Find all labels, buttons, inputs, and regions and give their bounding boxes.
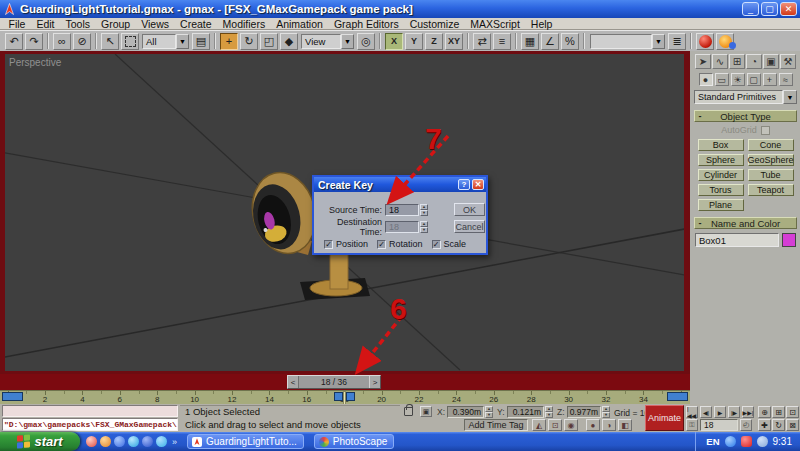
tab-hierarchy-icon[interactable]: ⊞ — [729, 54, 745, 69]
axis-y-button[interactable]: Y — [405, 33, 423, 50]
dialog-close-icon[interactable]: ✕ — [472, 179, 484, 190]
y-coord-spinner[interactable]: ▲▼ — [545, 406, 553, 418]
rollout-collapse-icon[interactable]: - — [695, 218, 705, 228]
quicklaunch-messenger-icon[interactable] — [128, 436, 139, 447]
primitive-category-value[interactable]: Standard Primitives — [694, 90, 783, 104]
plane-button[interactable]: Plane — [698, 199, 744, 211]
maximize-button[interactable]: ▢ — [761, 2, 778, 16]
go-to-start-icon[interactable]: |◀◀ — [686, 406, 698, 418]
quicklaunch-browser-icon[interactable] — [86, 436, 97, 447]
object-name-field[interactable]: Box01 — [695, 233, 779, 247]
quicklaunch-app-icon[interactable] — [114, 436, 125, 447]
add-time-tag[interactable]: Add Time Tag — [464, 419, 528, 431]
animation-key[interactable] — [346, 392, 355, 401]
object-color-swatch[interactable] — [782, 233, 796, 247]
reference-coordsys-dropdown[interactable]: View ▼ — [301, 34, 354, 49]
rotation-checkbox-box[interactable]: ✓ — [377, 240, 386, 249]
next-frame-icon[interactable]: > — [369, 376, 380, 388]
object-type-rollout[interactable]: - Object Type — [694, 110, 797, 122]
key-mode-icon[interactable]: ◉ — [564, 419, 578, 431]
selection-region-icon[interactable] — [121, 33, 139, 50]
quicklaunch-overflow-icon[interactable]: » — [172, 437, 177, 447]
min-max-toggle-icon[interactable]: ⊠ — [786, 419, 799, 431]
menu-customize[interactable]: Customize — [404, 18, 465, 30]
quicklaunch-media-icon[interactable] — [156, 436, 167, 447]
dialog-title-bar[interactable]: Create Key ? ✕ — [314, 177, 486, 192]
category-shapes-icon[interactable]: ▭ — [715, 73, 729, 86]
animation-key[interactable] — [667, 392, 688, 401]
tab-motion-icon[interactable]: ◔ — [746, 54, 762, 69]
z-coord-field[interactable]: 0.977m — [567, 406, 601, 418]
menu-help[interactable]: Help — [525, 18, 558, 30]
menu-edit[interactable]: Edit — [31, 18, 60, 30]
previous-frame-icon[interactable]: < — [288, 376, 299, 388]
primitive-category-dropdown[interactable]: Standard Primitives ▼ — [694, 90, 797, 104]
tube-button[interactable]: Tube — [748, 169, 794, 181]
sphere-button[interactable]: Sphere — [698, 154, 744, 166]
menu-create[interactable]: Create — [175, 18, 218, 30]
quicklaunch-ie-icon[interactable] — [142, 436, 153, 447]
autogrid-checkbox[interactable] — [761, 126, 770, 135]
menu-maxscript[interactable]: MAXScript — [465, 18, 526, 30]
scale-checkbox-box[interactable]: ✓ — [432, 240, 441, 249]
destination-time-field[interactable]: 18 — [385, 221, 419, 233]
position-checkbox-box[interactable]: ✓ — [324, 240, 333, 249]
current-frame-field[interactable]: 18 — [700, 419, 738, 431]
quicklaunch-firefox-icon[interactable] — [100, 436, 111, 447]
maxscript-listener-top[interactable] — [2, 405, 178, 417]
time-slider-thumb[interactable]: < 18 / 36 > — [287, 375, 381, 389]
dialog-help-icon[interactable]: ? — [458, 179, 470, 190]
arc-rotate-icon[interactable]: ↻ — [772, 419, 785, 431]
menu-file[interactable]: File — [3, 18, 31, 30]
select-rotate-icon[interactable]: ↻ — [240, 33, 258, 50]
reference-coordsys-value[interactable]: View — [301, 34, 341, 49]
select-move-icon[interactable]: + — [220, 33, 238, 50]
timeline-ruler[interactable]: 246810121416182022242628303234 — [0, 390, 690, 404]
axis-xy-button[interactable]: XY — [445, 33, 463, 50]
undo-icon[interactable]: ↶ — [5, 33, 23, 50]
dropdown-arrow-icon[interactable]: ▼ — [783, 90, 797, 104]
selection-filter-value[interactable]: All — [142, 34, 176, 49]
source-time-spinner[interactable]: ▲▼ — [420, 204, 428, 216]
menu-tools[interactable]: Tools — [60, 18, 96, 30]
menu-views[interactable]: Views — [136, 18, 175, 30]
tray-arrow-icon[interactable] — [725, 436, 736, 447]
category-geometry-icon[interactable]: ● — [699, 73, 713, 86]
zoom-all-icon[interactable]: ⊞ — [772, 406, 785, 418]
position-checkbox[interactable]: ✓ Position — [324, 239, 368, 249]
material-editor-icon[interactable] — [696, 33, 714, 50]
absolute-mode-icon[interactable]: ▣ — [420, 406, 432, 417]
named-selection-dropdown[interactable]: ▼ — [590, 34, 665, 49]
animation-key[interactable] — [2, 392, 23, 401]
named-selection-value[interactable] — [590, 34, 652, 49]
geosphere-button[interactable]: GeoSphere — [748, 154, 794, 166]
animate-button[interactable]: Animate — [645, 405, 684, 431]
select-link-icon[interactable]: ∞ — [53, 33, 71, 50]
rotation-key-icon[interactable]: ◑ — [602, 419, 616, 431]
tray-antivirus-icon[interactable] — [741, 436, 752, 447]
name-color-rollout[interactable]: - Name and Color — [694, 217, 797, 229]
position-key-icon[interactable]: ● — [586, 419, 600, 431]
set-key-icon[interactable]: ◭ — [532, 419, 546, 431]
cylinder-button[interactable]: Cylinder — [698, 169, 744, 181]
destination-time-spinner[interactable]: ▲▼ — [420, 221, 428, 233]
key-mode-toggle-icon[interactable]: ⚿ — [686, 419, 698, 431]
time-slider-track[interactable]: < 18 / 36 > — [0, 374, 690, 390]
category-spacewarps-icon[interactable]: ≈ — [779, 73, 793, 86]
selection-lock-icon[interactable] — [404, 407, 413, 416]
axis-x-button[interactable]: X — [385, 33, 403, 50]
track-view-icon[interactable]: ≣ — [668, 33, 686, 50]
category-helpers-icon[interactable]: + — [763, 73, 777, 86]
minimize-button[interactable]: _ — [742, 2, 759, 16]
dropdown-arrow-icon[interactable]: ▼ — [176, 34, 189, 49]
time-configuration-icon[interactable]: ◴ — [740, 419, 752, 431]
pan-icon[interactable]: ✚ — [758, 419, 771, 431]
scale-checkbox[interactable]: ✓ Scale — [432, 239, 467, 249]
cone-button[interactable]: Cone — [748, 139, 794, 151]
ok-button[interactable]: OK — [454, 203, 485, 216]
box-button[interactable]: Box — [698, 139, 744, 151]
zoom-icon[interactable]: ⊕ — [758, 406, 771, 418]
angle-snap-icon[interactable]: ∠ — [541, 33, 559, 50]
redo-icon[interactable]: ↷ — [25, 33, 43, 50]
torus-button[interactable]: Torus — [698, 184, 744, 196]
